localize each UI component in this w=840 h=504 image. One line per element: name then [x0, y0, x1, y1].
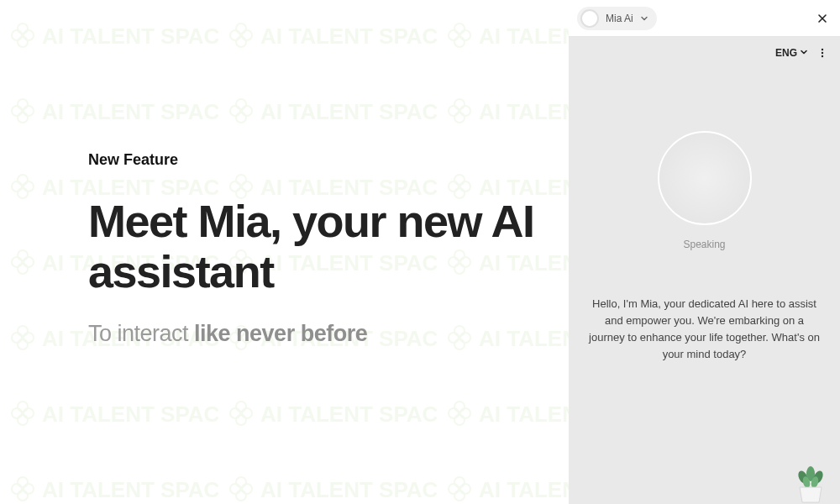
- assistant-avatar-area: Speaking: [569, 131, 840, 250]
- ai-avatar-icon: [580, 9, 599, 28]
- more-menu-button[interactable]: [816, 47, 828, 59]
- hero-subhead-plain: To interact: [88, 321, 194, 346]
- assistant-widget: Mia Ai ENG Speaking: [569, 0, 840, 504]
- hero-section: New Feature Meet Mia, your new AI assist…: [0, 0, 569, 504]
- ai-name-label: Mia Ai: [606, 13, 633, 24]
- hero-subhead: To interact like never before: [88, 321, 535, 347]
- assistant-status-label: Speaking: [683, 239, 725, 250]
- ai-selector-chip[interactable]: Mia Ai: [577, 7, 657, 30]
- language-picker[interactable]: ENG: [775, 47, 808, 59]
- chevron-down-icon: [800, 47, 808, 59]
- assistant-avatar: [658, 131, 752, 225]
- widget-subbar: ENG: [569, 37, 840, 59]
- chevron-down-icon: [640, 14, 648, 23]
- widget-topbar: Mia Ai: [569, 0, 840, 37]
- hero-headline: Meet Mia, your new AI assistant: [88, 196, 535, 297]
- close-button[interactable]: [813, 9, 832, 28]
- svg-point-6: [822, 49, 823, 50]
- plant-decoration-icon: [791, 465, 830, 504]
- language-label: ENG: [775, 47, 797, 59]
- svg-point-8: [822, 55, 823, 57]
- svg-point-7: [822, 52, 823, 54]
- hero-subhead-bold: like never before: [194, 321, 367, 346]
- eyebrow-label: New Feature: [88, 151, 535, 169]
- assistant-greeting-message: Hello, I'm Mia, your dedicated AI here t…: [587, 296, 822, 364]
